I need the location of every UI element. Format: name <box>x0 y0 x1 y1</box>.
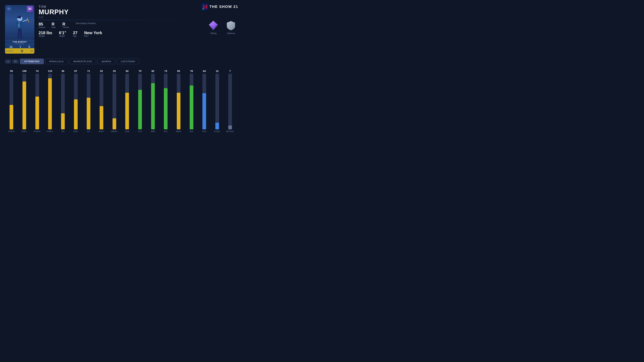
attr-value-7: 52 <box>100 69 103 72</box>
rating-badge: 85 <box>27 6 33 12</box>
attr-bar-fill-15 <box>202 93 206 129</box>
hitting-skill: Hitting <box>208 20 219 34</box>
attr-bar-fill-3 <box>48 78 52 129</box>
tab-locations[interactable]: LOCATIONS <box>117 59 139 64</box>
svg-text:MLB: MLB <box>202 8 204 9</box>
attr-column-pow-r: 74 POW R <box>31 69 44 132</box>
tab-quirks[interactable]: QUIRKS <box>98 59 116 64</box>
attr-bar-4 <box>61 74 65 129</box>
age-stat: 27 Age <box>73 31 78 37</box>
weight-stat: 218 lbs Weight <box>38 31 52 37</box>
attr-column-dbunt: 25 DBUNT <box>108 69 121 132</box>
attr-bar-7 <box>100 74 103 129</box>
hitting-label: Hitting <box>210 32 216 34</box>
attr-label-9: DUR <box>125 130 129 132</box>
defense-label: Defense <box>227 32 235 34</box>
card-player-name: TOM MURPHY <box>6 41 33 43</box>
attr-bar-fill-9 <box>125 93 129 129</box>
card-stats: AVG .333 HR 6 RBI 10 <box>5 44 34 49</box>
controller-l1[interactable]: L1 <box>5 59 11 63</box>
mlb-logo-icon: MLB <box>202 3 208 10</box>
svg-marker-12 <box>209 21 218 25</box>
attr-column-clt: 71 CLT <box>82 69 95 132</box>
attr-value-5: 67 <box>74 69 77 72</box>
attr-value-11: 82 <box>152 69 154 72</box>
attr-bar-fill-16 <box>215 123 219 129</box>
attr-column-pow-l: 115 POW L <box>44 69 56 132</box>
attr-column-bunt: 52 BUNT <box>95 69 108 132</box>
attr-bar-10 <box>138 74 142 129</box>
player-last-name: MURPHY <box>38 8 200 15</box>
svg-rect-7 <box>27 18 29 23</box>
attr-column-blk: 78 BLK <box>185 69 198 132</box>
attr-bar-fill-0 <box>10 105 13 129</box>
height-stat: 6'1" Height <box>59 31 66 37</box>
card-position-label: CATCHER <box>6 43 33 44</box>
attr-bar-fill-5 <box>74 99 78 129</box>
attr-bar-13 <box>177 74 180 129</box>
attr-value-13: 65 <box>177 69 180 72</box>
tab-marketplace[interactable]: MARKETPLACE <box>69 59 96 64</box>
attr-bar-0 <box>10 74 13 129</box>
svg-marker-9 <box>20 49 24 52</box>
attr-bar-5 <box>74 74 78 129</box>
tab-parallels[interactable]: PARALLELS <box>45 59 68 64</box>
card-name-area: TOM MURPHY CATCHER <box>5 40 34 45</box>
attr-bar-17 <box>228 74 232 129</box>
attr-bar-fill-4 <box>61 113 65 129</box>
attr-label-12: ACC <box>164 130 168 132</box>
attr-column-br-agg: 7 BR AGG <box>224 69 236 132</box>
attr-bar-14 <box>190 74 193 129</box>
attr-bar-fill-2 <box>36 96 39 129</box>
card-hr-stat: HR 6 <box>20 45 21 48</box>
logo-area: MLB THE SHOW 21 <box>202 3 238 10</box>
attr-bar-fill-8 <box>112 118 116 129</box>
attr-label-5: DISC <box>74 130 78 132</box>
attr-bar-8 <box>112 74 116 129</box>
attr-label-7: BUNT <box>99 130 104 132</box>
attr-bar-fill-1 <box>22 81 26 129</box>
award-icon <box>20 49 24 53</box>
card-rbi-stat: RBI 10 <box>28 45 30 48</box>
attributes-area: 55 CON R 108 CON L 74 POW R 115 POW L 36 <box>5 69 236 132</box>
attr-value-12: 73 <box>164 69 167 72</box>
svg-text:10: 10 <box>18 24 20 26</box>
attr-bar-16 <box>215 74 219 129</box>
attr-bar-15 <box>202 74 206 129</box>
attr-label-10: FLD <box>138 130 142 132</box>
defense-skill: Defense <box>226 20 236 34</box>
card-bottom: AUGUST 2019 <box>5 48 34 54</box>
attr-label-14: BLK <box>190 130 193 132</box>
player-card: SEA 85 <box>5 5 34 54</box>
controller-r1[interactable]: R1 <box>12 59 18 63</box>
attr-bar-fill-13 <box>177 93 180 129</box>
attr-label-2: POW R <box>34 130 40 132</box>
throws-stat: R Throws <box>62 22 69 28</box>
attr-bar-1 <box>22 74 26 129</box>
secondary-position-stat: Secondary Position <box>76 22 96 24</box>
attr-column-vis: 36 VIS <box>56 69 70 132</box>
attr-value-0: 55 <box>10 69 13 72</box>
attr-column-spd: 64 SPD <box>198 69 211 132</box>
team-logo-icon: SEA <box>6 6 12 11</box>
hitting-diamond-icon <box>208 20 219 31</box>
attr-bar-fill-10 <box>138 90 142 129</box>
attr-value-16: 12 <box>216 69 219 72</box>
player-silhouette-icon: 10 <box>9 13 31 42</box>
attr-column-con-r: 55 CON R <box>5 69 18 132</box>
attr-label-17: BR AGG <box>226 130 234 132</box>
attr-bar-3 <box>48 74 52 129</box>
card-avg-stat: AVG .333 <box>9 45 12 48</box>
defense-shield-icon <box>226 20 236 31</box>
attr-bar-11 <box>151 74 155 129</box>
player-position: 2 | C <box>38 16 200 18</box>
attr-column-con-l: 108 CON L <box>18 69 31 132</box>
attr-value-14: 78 <box>190 69 193 72</box>
player-first-name: TOM <box>38 5 200 8</box>
tab-attributes[interactable]: ATTRIBUTES <box>20 59 44 64</box>
attr-value-1: 108 <box>22 69 26 72</box>
attr-bar-fill-12 <box>164 88 168 129</box>
attr-value-4: 36 <box>62 69 64 72</box>
attr-label-13: REAC <box>176 130 182 132</box>
attr-value-3: 115 <box>48 69 52 72</box>
